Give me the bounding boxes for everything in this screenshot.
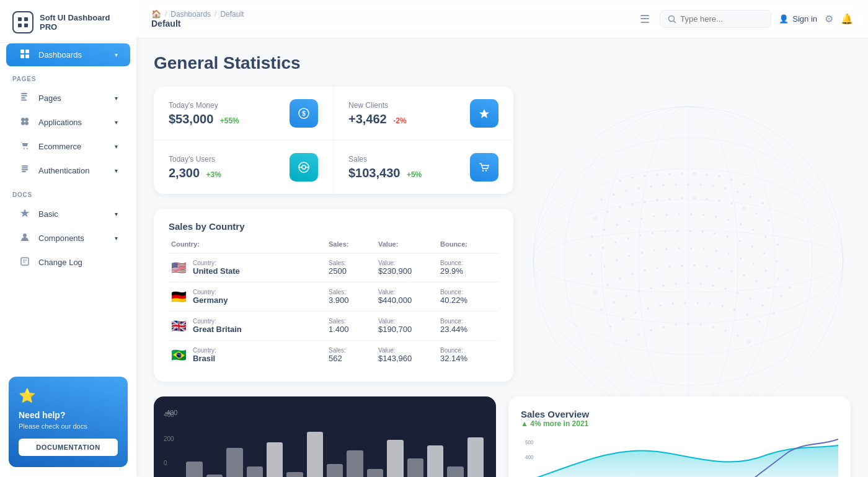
- svg-point-54: [675, 183, 677, 186]
- sidebar-item-ecommerce[interactable]: Ecommerce ▾: [6, 135, 130, 158]
- svg-point-141: [768, 287, 770, 289]
- country-info: 🇺🇸 Country: United State: [171, 260, 329, 276]
- settings-icon[interactable]: ⚙: [825, 13, 833, 25]
- svg-point-57: [712, 185, 714, 187]
- dashboards-arrow: ▾: [115, 51, 118, 58]
- svg-rect-20: [22, 169, 28, 170]
- country-bounce: 40.22%: [440, 295, 496, 305]
- svg-point-161: [647, 307, 649, 310]
- svg-point-100: [676, 230, 679, 232]
- svg-point-185: [302, 165, 306, 169]
- svg-point-158: [609, 325, 612, 328]
- breadcrumb: 🏠 / Dashboards / Default: [151, 9, 630, 19]
- svg-point-78: [603, 229, 606, 231]
- search-box: [660, 10, 771, 28]
- sidebar-item-dashboards[interactable]: Dashboards ▾: [6, 43, 130, 66]
- sidebar-item-pages[interactable]: Pages ▾: [6, 87, 130, 110]
- svg-point-147: [650, 287, 652, 289]
- country-name: United State: [193, 266, 240, 276]
- svg-point-81: [640, 217, 643, 220]
- sign-in-button[interactable]: 👤 Sign in: [779, 14, 817, 24]
- stat-todays-users: Today's Users 2,300 +3%: [154, 141, 334, 194]
- notifications-icon[interactable]: 🔔: [841, 13, 853, 25]
- svg-point-123: [752, 263, 755, 265]
- basic-label: Basic: [38, 209, 58, 219]
- search-input[interactable]: [680, 14, 761, 24]
- documentation-button[interactable]: DOCUMENTATION: [19, 439, 118, 456]
- sidebar-item-changelog[interactable]: Change Log: [6, 251, 130, 274]
- svg-point-60: [749, 196, 751, 198]
- svg-point-44: [706, 173, 708, 176]
- basic-icon: [19, 208, 31, 220]
- sidebar-logo: Soft UI Dashboard PRO: [0, 0, 136, 43]
- svg-point-63: [606, 211, 609, 213]
- chart-bar: [467, 437, 484, 477]
- svg-point-132: [656, 267, 658, 269]
- chart-bar: [447, 466, 463, 477]
- sidebar-item-applications[interactable]: Applications ▾: [6, 111, 130, 134]
- sidebar-item-components[interactable]: Components ▾: [6, 227, 130, 250]
- svg-rect-8: [21, 93, 27, 94]
- svg-point-110: [591, 273, 593, 275]
- breadcrumb-block: 🏠 / Dashboards / Default Default: [151, 9, 630, 28]
- search-icon: [668, 15, 676, 24]
- svg-point-80: [628, 220, 631, 222]
- svg-point-121: [727, 253, 730, 255]
- svg-point-84: [678, 213, 680, 216]
- country-row: 🇬🇧 Country: Great Britain Sales: 1.400 V…: [169, 311, 498, 340]
- help-star-icon: ⭐: [19, 388, 118, 404]
- svg-point-86: [702, 214, 705, 216]
- svg-point-91: [764, 235, 767, 238]
- svg-point-171: [625, 339, 627, 342]
- stat-clients-label: New Clients: [348, 101, 407, 110]
- svg-point-107: [763, 252, 766, 255]
- svg-point-120: [715, 250, 717, 252]
- svg-point-172: [637, 333, 640, 336]
- svg-point-118: [690, 247, 693, 250]
- stat-sales-label: Sales: [348, 155, 422, 164]
- country-sales: 3.900: [329, 295, 378, 305]
- stat-todays-money: Today's Money $53,000 +55% $: [154, 87, 334, 141]
- svg-point-73: [730, 203, 733, 205]
- chart-y-labels: 400 200 0: [164, 411, 174, 466]
- svg-point-177: [699, 323, 702, 326]
- country-row: 🇧🇷 Country: Brasil Sales: 562 Value: $14…: [169, 340, 498, 369]
- svg-point-39: [644, 175, 646, 177]
- svg-point-178: [712, 326, 714, 328]
- svg-point-92: [777, 243, 779, 246]
- svg-point-157: [773, 312, 775, 315]
- country-rows-container: 🇺🇸 Country: United State Sales: 2500 Val…: [169, 253, 498, 369]
- country-value: $440,000: [378, 295, 440, 305]
- svg-point-68: [668, 198, 671, 200]
- authentication-arrow: ▾: [115, 167, 118, 174]
- svg-point-143: [600, 309, 603, 311]
- svg-point-136: [706, 265, 708, 268]
- globe-decoration: /* dots rendered below */: [508, 88, 868, 429]
- country-value: $230,900: [378, 266, 440, 276]
- svg-point-105: [738, 240, 741, 242]
- stat-users-info: Today's Users 2,300 +3%: [169, 155, 221, 180]
- svg-point-41: [668, 173, 671, 175]
- svg-point-144: [613, 301, 615, 304]
- svg-point-87: [715, 216, 717, 218]
- svg-point-77: [591, 235, 593, 238]
- stat-users-value-row: 2,300 +3%: [169, 166, 221, 180]
- sidebar-item-basic[interactable]: Basic ▾: [6, 203, 130, 225]
- svg-point-108: [776, 260, 778, 263]
- breadcrumb-dashboards[interactable]: Dashboards: [170, 10, 211, 19]
- svg-point-28: [533, 107, 843, 416]
- sidebar-item-authentication[interactable]: Authentication ▾: [6, 159, 130, 182]
- country-label: Country:: [193, 289, 228, 295]
- svg-line-27: [674, 20, 676, 23]
- components-label: Components: [38, 234, 84, 243]
- svg-point-13: [25, 118, 29, 121]
- chart-bar: [226, 448, 242, 477]
- svg-point-139: [743, 274, 745, 277]
- country-label: Country:: [193, 318, 242, 325]
- sales-overview-chart: 500 400: [521, 433, 838, 477]
- menu-toggle-icon[interactable]: ☰: [640, 12, 650, 26]
- applications-icon: [19, 116, 31, 128]
- svg-point-106: [751, 245, 753, 248]
- svg-rect-2: [18, 24, 22, 27]
- stat-sales: Sales $103,430 +5%: [334, 141, 513, 194]
